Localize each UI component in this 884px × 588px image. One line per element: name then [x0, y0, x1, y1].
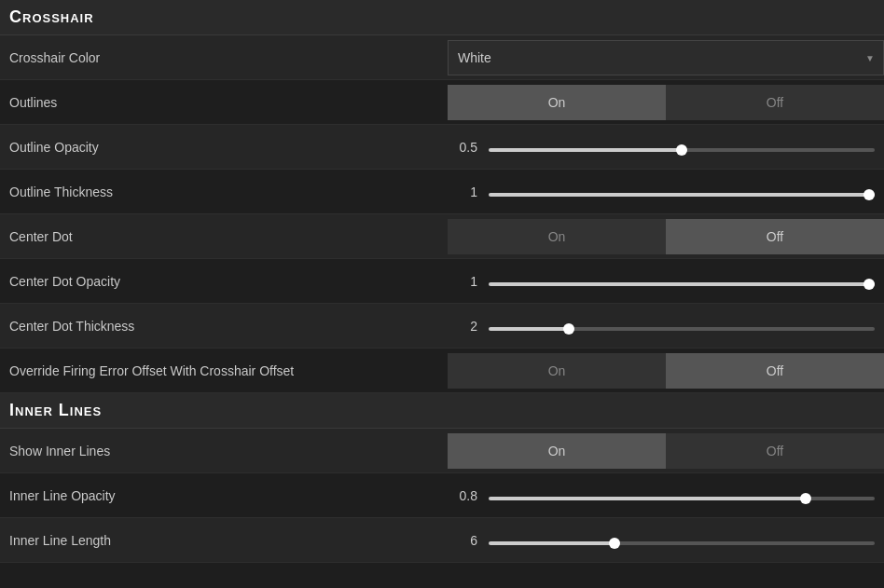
center-dot-toggle-group: On Off: [448, 219, 884, 254]
show-inner-lines-control: On Off: [448, 433, 884, 469]
outline-thickness-slider[interactable]: [489, 193, 875, 197]
outline-thickness-value: 1: [448, 185, 485, 199]
inner-line-opacity-row: Inner Line Opacity 0.8: [0, 473, 884, 518]
center-dot-on-button[interactable]: On: [448, 219, 666, 254]
center-dot-off-button[interactable]: Off: [666, 219, 884, 254]
inner-line-length-slider[interactable]: [489, 541, 875, 545]
outline-opacity-slider-wrapper: [485, 140, 884, 155]
outline-thickness-row: Outline Thickness 1: [0, 170, 884, 214]
center-dot-thickness-slider-wrapper: [485, 319, 884, 334]
center-dot-opacity-slider[interactable]: [489, 282, 875, 286]
outlines-on-button[interactable]: On: [448, 85, 666, 120]
center-dot-opacity-value: 1: [448, 274, 485, 289]
show-inner-lines-off-button[interactable]: Off: [666, 433, 884, 469]
outlines-off-button[interactable]: Off: [666, 85, 884, 120]
outline-thickness-label: Outline Thickness: [0, 185, 448, 199]
outlines-control: On Off: [448, 85, 884, 120]
crosshair-color-row: Crosshair Color White Black Red Green Bl…: [0, 35, 884, 80]
crosshair-color-control: White Black Red Green Blue Yellow Cyan C…: [448, 40, 884, 75]
center-dot-opacity-row: Center Dot Opacity 1: [0, 259, 884, 304]
override-off-button[interactable]: Off: [666, 353, 884, 389]
outline-thickness-slider-wrapper: [485, 185, 884, 199]
inner-line-length-slider-wrapper: [485, 533, 884, 548]
center-dot-thickness-label: Center Dot Thickness: [0, 319, 448, 334]
crosshair-color-label: Crosshair Color: [0, 50, 448, 65]
inner-lines-title: Inner Lines: [9, 401, 102, 419]
override-label: Override Firing Error Offset With Crossh…: [0, 363, 448, 378]
center-dot-thickness-slider[interactable]: [489, 327, 875, 331]
inner-line-length-value: 6: [448, 533, 485, 548]
center-dot-thickness-row: Center Dot Thickness 2: [0, 304, 884, 349]
crosshair-section: Crosshair Crosshair Color White Black Re…: [0, 0, 884, 393]
crosshair-title: Crosshair: [9, 7, 94, 26]
inner-lines-section: Inner Lines Show Inner Lines On Off Inne…: [0, 393, 884, 563]
inner-line-opacity-slider[interactable]: [489, 497, 875, 500]
crosshair-color-dropdown-wrapper: White Black Red Green Blue Yellow Cyan C…: [448, 40, 884, 75]
center-dot-opacity-label: Center Dot Opacity: [0, 274, 448, 289]
center-dot-row: Center Dot On Off: [0, 214, 884, 259]
override-toggle-group: On Off: [448, 353, 884, 389]
inner-line-opacity-slider-wrapper: [485, 488, 884, 503]
inner-line-opacity-label: Inner Line Opacity: [0, 488, 448, 503]
override-control: On Off: [448, 353, 884, 389]
inner-line-length-row: Inner Line Length 6: [0, 518, 884, 563]
outlines-toggle-group: On Off: [448, 85, 884, 120]
outline-opacity-slider[interactable]: [489, 148, 875, 152]
show-inner-lines-row: Show Inner Lines On Off: [0, 429, 884, 473]
crosshair-section-header: Crosshair: [0, 0, 884, 35]
inner-line-opacity-value: 0.8: [448, 488, 485, 503]
show-inner-lines-label: Show Inner Lines: [0, 444, 448, 458]
center-dot-opacity-slider-wrapper: [485, 274, 884, 289]
override-on-button[interactable]: On: [448, 353, 666, 389]
outlines-row: Outlines On Off: [0, 80, 884, 125]
override-row: Override Firing Error Offset With Crossh…: [0, 349, 884, 393]
inner-lines-section-header: Inner Lines: [0, 393, 884, 429]
show-inner-lines-toggle-group: On Off: [448, 433, 884, 469]
outlines-label: Outlines: [0, 95, 448, 110]
center-dot-control: On Off: [448, 219, 884, 254]
outline-opacity-row: Outline Opacity 0.5: [0, 125, 884, 170]
outline-opacity-value: 0.5: [448, 140, 485, 155]
center-dot-thickness-value: 2: [448, 319, 485, 334]
show-inner-lines-on-button[interactable]: On: [448, 433, 666, 469]
inner-line-length-label: Inner Line Length: [0, 533, 448, 548]
crosshair-color-select[interactable]: White Black Red Green Blue Yellow Cyan C…: [448, 40, 884, 75]
outline-opacity-label: Outline Opacity: [0, 140, 448, 155]
center-dot-label: Center Dot: [0, 229, 448, 244]
